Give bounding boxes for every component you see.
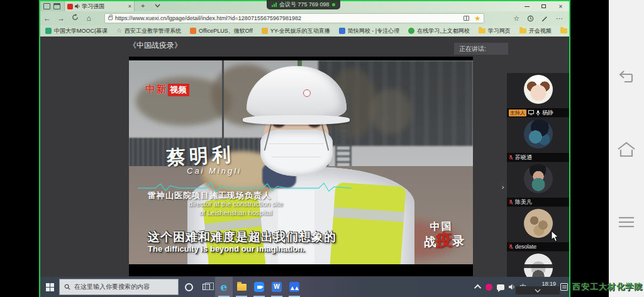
screen-share-region: 学习强国 × + × ← → ⌂ https://www.xuexi. bbox=[39, 0, 570, 297]
lock-icon bbox=[108, 16, 113, 20]
hard-hat-brim bbox=[243, 115, 350, 125]
task-view-button[interactable] bbox=[197, 277, 215, 297]
participant-tile[interactable]: 陈美凡 bbox=[507, 162, 569, 206]
mic-muted-icon bbox=[509, 199, 513, 205]
signal-icon bbox=[272, 3, 277, 7]
taskbar-app-button[interactable] bbox=[286, 277, 303, 297]
taskbar-meeting-button[interactable] bbox=[250, 277, 268, 297]
caption-role-en: director at the construction site bbox=[142, 200, 330, 208]
tray-volume-icon[interactable] bbox=[509, 284, 516, 290]
interviewee-name-pinyin: Cai Mingli bbox=[187, 166, 242, 176]
taskbar-edge-button[interactable]: e bbox=[215, 277, 233, 297]
status-dot bbox=[332, 3, 335, 6]
cortana-button[interactable] bbox=[180, 277, 197, 297]
search-icon bbox=[64, 284, 70, 290]
subtitle-zh: 这个困难和难度是超出我们想象的 bbox=[148, 229, 336, 245]
bookmark-item[interactable]: 开会视频 bbox=[519, 27, 552, 35]
meeting-number-pill[interactable]: 会议号 775 769 098 bbox=[267, 0, 340, 9]
close-button[interactable]: × bbox=[552, 1, 569, 11]
windows-logo-icon bbox=[46, 283, 54, 291]
tab-dropdown-icon[interactable] bbox=[155, 4, 160, 8]
minimize-button[interactable] bbox=[518, 1, 535, 11]
tray-app-icon[interactable] bbox=[486, 284, 492, 291]
speaking-now-label: 正在讲话: bbox=[454, 43, 508, 55]
tabs-set-aside-icon[interactable] bbox=[43, 3, 50, 9]
video-player[interactable]: 中新 视频 蔡明利 Cai Mingli 雷神山医院项目施工现场负责人 dire… bbox=[129, 57, 473, 276]
back-button[interactable]: ← bbox=[40, 14, 54, 23]
bookmark-item[interactable]: 学习网页 bbox=[479, 27, 511, 35]
bookmark-item[interactable]: 影视 bbox=[560, 27, 569, 35]
mic-muted-icon bbox=[509, 155, 513, 160]
participants-panel: 主持人 杨静 bbox=[507, 73, 569, 296]
action-center-icon[interactable] bbox=[560, 283, 568, 291]
subtitle-en: The difficulty is beyond our imagination… bbox=[148, 244, 305, 254]
bookmarks-bar: 中国大学MOOC(慕课 ☆西安工业教学管理系统 OfficePLUS、微软Off… bbox=[40, 25, 569, 36]
watermark-text: 西安工大材化学院 bbox=[572, 281, 643, 293]
tab-favicon bbox=[67, 4, 73, 9]
participant-name: 陈美凡 bbox=[515, 198, 532, 206]
desktop: 学习强国 × + × ← → ⌂ https://www.xuexi. bbox=[0, 0, 644, 297]
taskbar-explorer-button[interactable] bbox=[233, 277, 250, 297]
mic-icon bbox=[536, 110, 540, 116]
folder-icon bbox=[519, 28, 526, 33]
hard-hat bbox=[247, 66, 347, 121]
tab-close-icon[interactable]: × bbox=[128, 3, 131, 9]
mouse-cursor bbox=[551, 230, 559, 242]
set-tabs-aside-icon[interactable] bbox=[53, 3, 60, 9]
windows-taskbar: 在这里输入你要搜索的内容 e W 中 bbox=[40, 277, 569, 297]
back-nav-icon[interactable] bbox=[617, 69, 636, 86]
url-text: https://www.xuexi.cn/lgpage/detail/index… bbox=[115, 15, 461, 21]
participant-name: 苏晓通 bbox=[515, 154, 532, 162]
browser-address-bar: ← → ⌂ https://www.xuexi.cn/lgpage/detail… bbox=[40, 11, 569, 25]
start-button[interactable] bbox=[40, 277, 59, 297]
taskbar-search-box[interactable]: 在这里输入你要搜索的内容 bbox=[59, 279, 179, 295]
mic-muted-icon bbox=[509, 244, 513, 250]
favorites-hub-icon[interactable]: ☆ bbox=[513, 14, 519, 23]
folder-icon bbox=[560, 28, 567, 33]
tray-expand-icon[interactable] bbox=[474, 284, 481, 291]
forward-button[interactable]: → bbox=[54, 14, 68, 23]
caption-role-en: of Leishenshan hospital bbox=[142, 209, 330, 216]
screen-share-icon bbox=[528, 110, 534, 115]
webpage-content: 《中国战疫录》 正在讲话: bbox=[40, 36, 569, 277]
tray-chat-icon[interactable] bbox=[497, 284, 504, 290]
folder-icon bbox=[479, 28, 486, 33]
more-menu-icon[interactable]: ⋯ bbox=[556, 14, 563, 23]
panel-collapse-down-button[interactable] bbox=[516, 286, 560, 294]
home-nav-icon[interactable] bbox=[616, 141, 636, 159]
participant-tile[interactable]: desolate bbox=[507, 207, 569, 251]
participant-tile[interactable]: 主持人 杨静 bbox=[507, 73, 569, 117]
blue-app-icon bbox=[289, 282, 299, 292]
bookmark-item[interactable]: 中国大学MOOC(慕课 bbox=[45, 27, 108, 35]
history-icon[interactable] bbox=[527, 15, 534, 22]
browser-tab[interactable]: 学习强国 × bbox=[64, 1, 135, 11]
home-button[interactable]: ⌂ bbox=[82, 14, 96, 23]
url-field[interactable]: https://www.xuexi.cn/lgpage/detail/index… bbox=[104, 13, 484, 23]
bookmark-item[interactable]: 简快网校 - |专注心理 bbox=[339, 27, 399, 35]
participant-tile[interactable]: 苏晓通 bbox=[507, 118, 569, 162]
avatar bbox=[524, 120, 553, 148]
tab-title: 学习强国 bbox=[82, 3, 126, 11]
news-channel-logo: 中新 视频 bbox=[145, 83, 189, 96]
bookmark-item[interactable]: 在线学习,上文都网校 bbox=[408, 27, 470, 35]
new-tab-button[interactable]: + bbox=[141, 2, 145, 9]
maximize-button[interactable] bbox=[535, 1, 552, 11]
bookmark-favicon bbox=[45, 28, 52, 34]
bookmark-item[interactable]: YY-全民娱乐的互动直播 bbox=[262, 27, 330, 35]
panel-collapse-handle[interactable]: › bbox=[499, 180, 507, 194]
refresh-button[interactable] bbox=[68, 14, 82, 23]
web-note-pen-icon[interactable] bbox=[541, 15, 548, 22]
program-logo: 中国 战疫录 bbox=[423, 221, 464, 249]
bookmark-item[interactable]: OfficePLUS、微软Off bbox=[190, 27, 253, 35]
reading-view-icon[interactable] bbox=[464, 16, 469, 21]
tab-audio-icon[interactable] bbox=[75, 4, 80, 9]
task-view-icon bbox=[203, 284, 210, 290]
favorite-star-icon[interactable]: ★ bbox=[474, 15, 480, 21]
bookmark-item[interactable]: ☆西安工业教学管理系统 bbox=[116, 27, 181, 35]
taskbar-wps-button[interactable]: W bbox=[268, 277, 286, 297]
meeting-app-icon bbox=[254, 282, 264, 292]
menu-nav-icon[interactable] bbox=[617, 215, 636, 229]
bookmark-favicon bbox=[408, 28, 414, 34]
bookmark-favicon bbox=[339, 28, 345, 34]
person-head bbox=[253, 72, 340, 178]
